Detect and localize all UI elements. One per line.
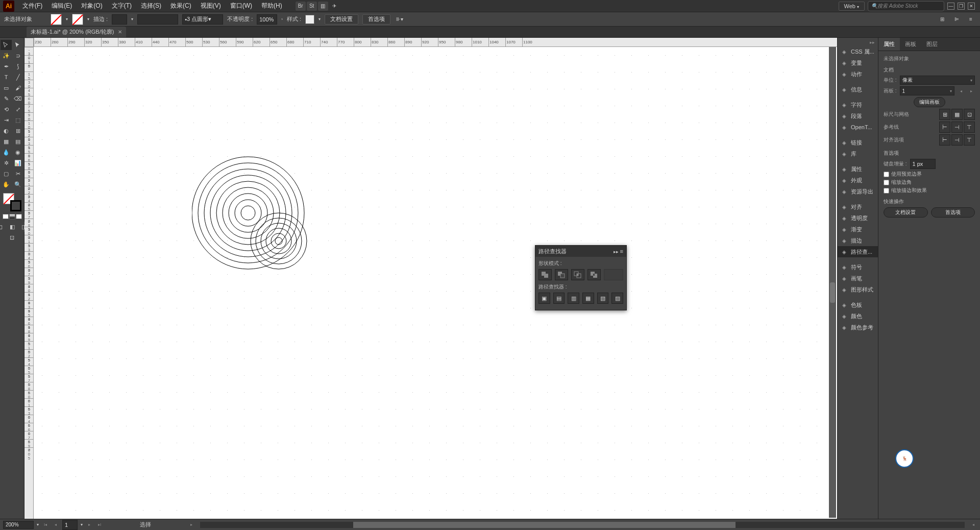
close-tab-icon[interactable]: ✕: [118, 29, 122, 35]
free-transform-tool[interactable]: ⬚: [12, 115, 23, 125]
snap-icon[interactable]: ⊡: [964, 109, 975, 120]
bridge-icon[interactable]: Br: [296, 2, 306, 11]
width-tool[interactable]: ⇥: [1, 115, 12, 125]
lasso-tool[interactable]: ⊃: [12, 51, 23, 61]
grid-icon[interactable]: ▦: [951, 109, 963, 120]
dock-item-A[interactable]: ◈字符: [838, 99, 878, 110]
shaper-tool[interactable]: ✎: [1, 93, 12, 104]
arrange-icon[interactable]: ▥: [318, 2, 328, 11]
panel-menu-icon[interactable]: ≡: [620, 248, 623, 254]
close-button[interactable]: ✕: [968, 3, 975, 10]
lock-guides-icon[interactable]: ⊣: [951, 122, 963, 133]
search-input[interactable]: 🔍 搜索 Adobe Stock: [868, 1, 944, 11]
scroll-left-icon[interactable]: ▸: [188, 521, 195, 528]
collapse-dock-icon[interactable]: ▸▸: [838, 39, 878, 46]
stroke-swatch[interactable]: [72, 14, 83, 25]
align-icon[interactable]: ⊪▾: [395, 15, 405, 24]
dock-item-¶[interactable]: ◈段落: [838, 110, 878, 122]
menu-edit[interactable]: 编辑(E): [47, 0, 76, 12]
dock-item-info[interactable]: ◈信息: [838, 84, 878, 95]
fill-stroke-control[interactable]: [3, 193, 21, 211]
dock-item-prop[interactable]: ◈属性: [838, 163, 878, 175]
scroll-right-icon[interactable]: ◂: [970, 521, 977, 528]
align-right-icon[interactable]: ⊤: [964, 134, 975, 146]
blend-tool[interactable]: ◉: [12, 147, 23, 157]
minimize-button[interactable]: —: [947, 3, 954, 10]
align-panel-icon[interactable]: ⊫: [951, 15, 962, 24]
dock-item-ali[interactable]: ◈对齐: [838, 201, 878, 212]
prev-artboard-icon[interactable]: ◂: [958, 87, 965, 94]
dock-item-brs[interactable]: ◈画笔: [838, 273, 878, 284]
stroke-color-icon[interactable]: [10, 200, 21, 211]
artboard-selector[interactable]: 1: [900, 86, 954, 95]
align-center-icon[interactable]: ⊣: [951, 134, 963, 146]
vertical-scrollbar[interactable]: [829, 47, 836, 518]
tab-layers[interactable]: 图层: [921, 38, 943, 51]
zoom-input[interactable]: [3, 521, 34, 529]
ruler-icon[interactable]: ⊞: [939, 109, 950, 120]
zoom-tool[interactable]: 🔍: [12, 179, 23, 189]
type-tool[interactable]: T: [1, 72, 12, 82]
gpu-icon[interactable]: ✈: [329, 2, 339, 11]
screen-mode[interactable]: ⊡: [7, 232, 18, 243]
align-left-icon[interactable]: ⊢: [939, 134, 950, 146]
artboard-nav-input[interactable]: [62, 520, 78, 530]
workspace-selector[interactable]: Web ▾: [839, 2, 865, 11]
dock-item-gst[interactable]: ◈图形样式: [838, 284, 878, 295]
profile-selector[interactable]: • 3 点圆形 ▾: [182, 14, 223, 25]
magic-wand-tool[interactable]: ✨: [1, 51, 12, 61]
dock-item-act[interactable]: ◈动作: [838, 68, 878, 80]
gradient-mode-icon[interactable]: [9, 214, 15, 219]
pathfinder-panel[interactable]: 路径查找器▸▸ ≡ 形状模式 : 路径查找器 : ▣ ▤ ▥ ▦ ▧ ▨: [535, 245, 627, 310]
prefs-button[interactable]: 首选项: [362, 14, 390, 25]
crop-icon[interactable]: ▦: [582, 293, 594, 304]
curvature-tool[interactable]: ⟆: [12, 61, 23, 71]
draw-mode-normal[interactable]: ◻: [0, 222, 6, 232]
dock-item-app[interactable]: ◈外观: [838, 175, 878, 186]
dock-item-swa[interactable]: ◈色板: [838, 299, 878, 310]
key-increment-input[interactable]: [910, 159, 936, 169]
style-swatch[interactable]: [305, 15, 314, 24]
dock-item-exp[interactable]: ◈资源导出: [838, 186, 878, 197]
none-mode-icon[interactable]: [16, 214, 22, 219]
eyedropper-tool[interactable]: 💧: [1, 147, 12, 157]
shape-builder-tool[interactable]: ◐: [1, 126, 12, 136]
menu-view[interactable]: 视图(V): [197, 0, 225, 12]
merge-icon[interactable]: ▥: [568, 293, 579, 304]
last-artboard-icon[interactable]: ▸I: [96, 521, 103, 528]
tab-properties[interactable]: 属性: [878, 38, 900, 51]
mesh-tool[interactable]: ▦: [1, 136, 12, 147]
collapse-icon[interactable]: ▸▸: [614, 249, 619, 254]
scale-strokes-checkbox[interactable]: 缩放描边和效果: [884, 187, 975, 194]
exclude-icon[interactable]: [587, 269, 601, 280]
scale-tool[interactable]: ⤢: [12, 104, 23, 114]
menu-window[interactable]: 窗口(W): [226, 0, 256, 12]
horizontal-ruler[interactable]: 2302602903203503804104404705005305605906…: [34, 38, 837, 47]
tab-artboards[interactable]: 画板: [900, 38, 921, 51]
unit-selector[interactable]: 像素: [900, 76, 975, 85]
next-artboard-status-icon[interactable]: ▸: [86, 521, 93, 528]
pen-tool[interactable]: ✒: [1, 61, 12, 71]
expand-button[interactable]: [604, 269, 623, 280]
divide-icon[interactable]: ▣: [538, 293, 550, 304]
stock-icon[interactable]: St: [307, 2, 317, 11]
dock-item-css[interactable]: ◈CSS 属...: [838, 46, 878, 57]
dock-item-col[interactable]: ◈颜色: [838, 310, 878, 322]
menu-type[interactable]: 文字(T): [108, 0, 136, 12]
menu-effect[interactable]: 效果(C): [166, 0, 195, 12]
gradient-tool[interactable]: ▤: [12, 136, 23, 147]
menu-file[interactable]: 文件(F): [18, 0, 46, 12]
first-artboard-icon[interactable]: I◂: [42, 521, 49, 528]
doc-setup-quick-button[interactable]: 文档设置: [884, 207, 928, 218]
dock-item-link[interactable]: ◈链接: [838, 137, 878, 148]
canvas[interactable]: [34, 47, 837, 519]
draw-mode-behind[interactable]: ◧: [7, 222, 18, 232]
rectangle-tool[interactable]: ▭: [1, 83, 12, 93]
color-mode-icon[interactable]: [3, 214, 9, 219]
minus-front-icon[interactable]: [555, 269, 568, 280]
next-artboard-icon[interactable]: ▸: [968, 87, 975, 94]
horizontal-scrollbar[interactable]: [200, 522, 965, 528]
hand-tool[interactable]: ✋: [1, 179, 12, 189]
scale-corners-checkbox[interactable]: 缩放边角: [884, 179, 975, 186]
preview-bounds-checkbox[interactable]: 使用预览边界: [884, 171, 975, 178]
